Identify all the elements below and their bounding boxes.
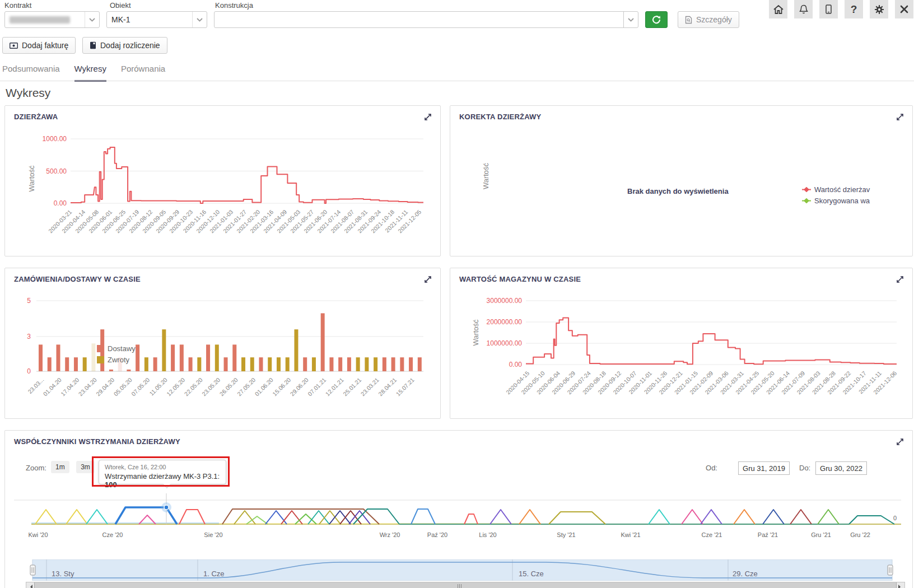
do-label: Do:	[799, 464, 810, 472]
series-pulse	[649, 510, 670, 524]
add-settlement-button[interactable]: Dodaj rozliczenie	[82, 37, 167, 54]
kontrakt-select[interactable]	[4, 11, 100, 28]
bar	[250, 357, 254, 371]
scroll-left-icon[interactable]	[28, 585, 32, 588]
panel-dzierzawa: DZIERŻAWA 1000.00500.000.00Wartość2020-0…	[4, 105, 441, 256]
x-axis-month-label: Paź '21	[758, 531, 778, 538]
x-axis-label: 17.04.20	[59, 376, 80, 397]
series-pulse	[234, 511, 255, 524]
tooltip-timestamp: Wtorek, Cze 16, 22:00	[105, 464, 220, 470]
bar	[312, 357, 316, 371]
expand-icon[interactable]	[896, 437, 904, 446]
x-axis-month-label: Kwi '21	[621, 531, 640, 538]
tab-porownania[interactable]: Porównania	[121, 64, 165, 82]
series-line	[71, 147, 423, 203]
refresh-icon	[651, 15, 661, 25]
bell-icon[interactable]	[794, 0, 813, 18]
tab-podsumowania[interactable]: Podsumowania	[2, 64, 60, 82]
navigator-date-label: 29. Cze	[733, 570, 758, 578]
panel-wspolczynniki: WSPÓŁCZYNNIKI WSTRZYMANIA DZIERŻAWY Zoom…	[4, 430, 913, 588]
y-axis-label: 0.00	[54, 199, 67, 207]
series-pulse	[35, 510, 57, 524]
chart-tooltip: Wtorek, Cze 16, 22:00 Wstrzymanie dzierż…	[99, 460, 226, 484]
details-button[interactable]: Szczegóły	[678, 11, 739, 28]
holds-timeline-chart[interactable]	[14, 487, 901, 529]
expand-icon[interactable]	[896, 113, 904, 122]
no-data-message: Brak danych do wyświetlenia	[627, 187, 729, 195]
konstrukcja-label: Konstrukcja	[215, 1, 253, 10]
x-axis-label: 23.05.20	[200, 376, 221, 397]
bar	[180, 344, 184, 371]
bar	[286, 357, 290, 371]
legend-item[interactable]: Skorygowana wa	[802, 197, 870, 205]
series-pulse	[849, 516, 894, 524]
x-axis-label: 12.05.20	[165, 376, 186, 397]
range-navigator[interactable]	[14, 559, 901, 581]
x-axis-label: 01.04.20	[42, 376, 63, 397]
y-axis-label: 3	[27, 333, 31, 340]
zoom-3m-button[interactable]: 3m	[76, 461, 95, 473]
zoom-1m-button[interactable]: 1m	[51, 461, 69, 473]
mobile-icon[interactable]	[819, 0, 838, 18]
panel-korekta-dzierzawy: KOREKTA DZIERŻAWY Wartość Brak danych do…	[450, 105, 913, 256]
tab-wykresy[interactable]: Wykresy	[74, 64, 106, 82]
series-pulse	[308, 511, 329, 524]
x-axis-month-label: Cze '20	[102, 531, 123, 538]
legend-label: Dostawy	[108, 344, 136, 353]
home-icon[interactable]	[769, 0, 787, 18]
bar	[206, 344, 210, 371]
bar	[224, 357, 228, 371]
navigator-date-label: 13. Sty	[52, 570, 74, 578]
bar	[171, 344, 175, 371]
date-from-input[interactable]	[738, 461, 790, 475]
bar	[48, 357, 52, 371]
x-axis-label: 23.04.20	[77, 376, 98, 397]
series-swatch-icon	[97, 345, 104, 352]
application-window: Kontrakt Obiekt Konstrukcja MK-1 Szczegó…	[0, 0, 914, 588]
y-axis-label: 1000.00	[43, 135, 67, 143]
series-pulse	[682, 510, 703, 524]
series-pulse	[411, 509, 435, 524]
kontrakt-redacted-value	[10, 16, 70, 24]
kontrakt-label: Kontrakt	[4, 1, 31, 10]
bar	[56, 344, 60, 371]
panel-title: WSPÓŁCZYNNIKI WSTRZYMANIA DZIERŻAWY	[14, 437, 180, 446]
zamowienia-chart[interactable]: 53023.03...01.04.2017.04.2023.04.2029.04…	[5, 268, 440, 417]
x-axis-month-label: Paź '20	[427, 531, 447, 538]
date-to-input[interactable]	[815, 461, 867, 475]
scroll-right-icon[interactable]	[898, 585, 903, 588]
magazyn-chart[interactable]: 3000000.002000000.001000000.000.00Wartoś…	[450, 268, 912, 417]
dzierzawa-chart[interactable]: 1000.00500.000.00Wartość2020-03-212020-0…	[5, 106, 440, 255]
close-icon[interactable]	[895, 0, 913, 18]
x-axis-label: 07.01.21	[306, 376, 327, 397]
x-axis-label: 25.01.21	[342, 376, 362, 397]
x-axis-label: 07.05.20	[130, 376, 151, 397]
navigator-handle[interactable]	[30, 565, 35, 575]
settings-icon[interactable]	[870, 0, 888, 18]
horizontal-scrollbar[interactable]	[26, 582, 905, 588]
series-marker-icon	[802, 198, 811, 203]
refresh-button[interactable]	[645, 11, 668, 28]
legend-item[interactable]: Wartość dzierżav	[802, 185, 870, 194]
legend-item[interactable]: Dostawy	[97, 344, 136, 353]
y-axis-label: 0	[27, 367, 31, 375]
scrollbar-thumb[interactable]	[34, 582, 897, 588]
obiekt-select[interactable]: MK-1	[106, 11, 207, 28]
bar	[338, 357, 342, 371]
x-axis-month-label: Lis '20	[479, 531, 496, 538]
navigator-date-label: 1. Cze	[203, 570, 225, 578]
series-line	[526, 318, 897, 364]
x-axis-month-label: Gru '21	[811, 531, 831, 538]
x-axis-label: 05.05.20	[113, 376, 133, 397]
series-pulse	[701, 510, 722, 524]
add-invoice-button[interactable]: Dodaj fakturę	[2, 37, 76, 54]
bar	[277, 357, 281, 371]
series-pulse	[281, 511, 302, 524]
top-icon-bar: ?	[769, 0, 913, 18]
legend-item[interactable]: Zwroty	[97, 356, 129, 364]
navigator-handle[interactable]	[888, 565, 893, 575]
bar	[374, 357, 377, 371]
help-icon[interactable]: ?	[845, 0, 863, 18]
konstrukcja-select[interactable]	[214, 11, 638, 28]
x-axis-month-label: Wrz '20	[380, 531, 400, 538]
